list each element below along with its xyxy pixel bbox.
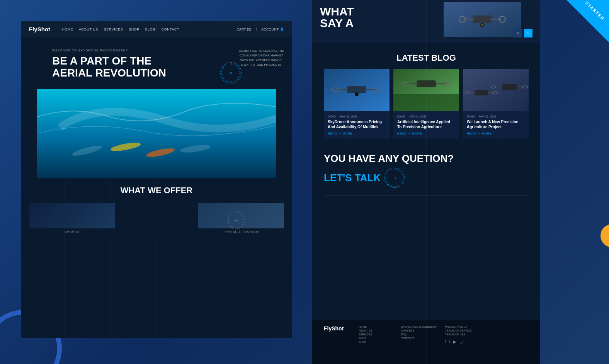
svg-rect-30	[475, 90, 488, 95]
blog-card-1-meta: DAVID — MAY 21, 2020	[328, 115, 386, 118]
footer-col-2: SPONSORED MEMBERSHIP CAREERS FAQ CONTACT	[401, 325, 437, 345]
account-icon: 👤	[280, 27, 284, 31]
footer-link-membership[interactable]: SPONSORED MEMBERSHIP	[401, 325, 437, 328]
bottom-categories: SPORTS DRAG DRAG DRAG DRAG → TRAVEL & TO…	[21, 203, 292, 233]
nav-home[interactable]: HOME	[62, 27, 73, 31]
next-button[interactable]: >	[524, 29, 532, 37]
drone-top-image	[444, 2, 521, 37]
footer-link-careers[interactable]: CAREERS	[401, 329, 437, 332]
footer-link-faq[interactable]: FAQ	[401, 333, 437, 336]
svg-point-21	[355, 92, 359, 96]
blog-card-3: DAVID — MAY 21, 2020 We Launch A New Pre…	[463, 69, 529, 139]
drag-circle: DRAG DRAG DRAG DRAG →	[227, 211, 245, 230]
svg-text:CONTACT US · CONTACT US ·: CONTACT US · CONTACT US ·	[385, 168, 404, 187]
blog-card-3-meta: DAVID — MAY 21, 2020	[467, 115, 525, 118]
svg-rect-16	[347, 86, 366, 93]
twitter-icon[interactable]: t	[449, 340, 451, 344]
footer-col-1: HOME ABOUT US SERVICES SHOP BLOG	[359, 325, 393, 345]
footer-link-shop[interactable]: SHOP	[359, 337, 393, 340]
blog-card-3-image	[463, 69, 529, 111]
blog-card-1-read[interactable]: READ → MORE	[328, 132, 386, 135]
footer-link-contact[interactable]: CONTACT	[401, 337, 437, 340]
rv-line-2	[388, 0, 388, 364]
facebook-icon[interactable]: f	[445, 340, 446, 344]
rv-line-3	[426, 0, 427, 364]
rv-line-5	[502, 0, 502, 364]
instagram-icon[interactable]: ◻	[459, 340, 463, 344]
cart-link[interactable]: CART (0)	[236, 27, 251, 31]
nav-shop[interactable]: SHOP	[129, 27, 139, 31]
blog-card-1-title: SkyDrone Announces Pricing And Availabil…	[328, 119, 386, 129]
rv-line-4	[463, 0, 463, 364]
prev-button[interactable]: <	[514, 29, 522, 37]
category-sports: SPORTS	[29, 203, 115, 233]
rv-line-1	[349, 0, 349, 364]
blog-card-3-content: DAVID — MAY 21, 2020 We Launch A New Pre…	[463, 111, 529, 139]
footer-link-blog[interactable]: BLOG	[359, 341, 393, 344]
hero-title: BE A PART OF THEAERIAL REVOLUTION	[52, 55, 176, 79]
footer-link-services[interactable]: SERVICES	[359, 333, 393, 336]
hero-section: WELCOME TO SKYDRONE PHOTOGRAPHY BE A PAR…	[21, 37, 292, 89]
right-panel: WHAT SAY A < > LATEST BLOG	[312, 0, 540, 364]
footer-link-about[interactable]: ABOUT US	[359, 329, 393, 332]
svg-rect-8	[473, 15, 492, 23]
svg-text:DRAG DRAG DRAG DRAG: DRAG DRAG DRAG DRAG	[227, 211, 245, 229]
nav-services[interactable]: SERVICES	[104, 27, 123, 31]
sports-image	[29, 203, 115, 228]
account-link[interactable]: ACCOUNT 👤	[262, 27, 284, 31]
nav-about[interactable]: ABOUT US	[79, 27, 98, 31]
left-panel: FlyShot HOME ABOUT US SERVICES SHOP BLOG…	[21, 21, 292, 338]
svg-point-14	[481, 24, 483, 26]
blog-card-1-content: DAVID — MAY 21, 2020 SkyDrone Announces …	[324, 111, 390, 139]
blog-card-3-title: We Launch A New Precision Agriculture Pr…	[467, 119, 525, 129]
hero-description: COMMITTED TO LEADING THECONSUMER DRONE M…	[239, 49, 284, 67]
blog-card-3-read[interactable]: READ → MORE	[467, 132, 525, 135]
footer-logo: FlyShot	[324, 325, 347, 332]
nav-contact[interactable]: CONTACT	[162, 27, 179, 31]
blog-card-1: DAVID — MAY 21, 2020 SkyDrone Announces …	[324, 69, 390, 139]
footer-link-home[interactable]: HOME	[359, 325, 393, 328]
lets-talk-text: LET'S TALK	[324, 172, 381, 184]
carousel-nav: < >	[514, 29, 532, 37]
svg-rect-35	[502, 84, 517, 90]
hero-image	[37, 89, 276, 178]
sports-label: SPORTS	[29, 230, 115, 233]
nav-right: CART (0) | ACCOUNT 👤	[236, 27, 284, 31]
footer-logo-col: FlyShot	[324, 325, 351, 345]
nav-blog[interactable]: BLOG	[145, 27, 156, 31]
explore-circle[interactable]: EXPLORE EXPLORE EXPLORE ⟳	[220, 62, 242, 83]
blog-card-1-image	[324, 69, 390, 111]
hero-image-container	[21, 89, 292, 178]
svg-rect-29	[463, 69, 529, 111]
nav-items: HOME ABOUT US SERVICES SHOP BLOG CONTACT	[62, 27, 229, 31]
travel-label: TRAVEL & TOURISM	[198, 230, 284, 233]
youtube-icon[interactable]: ▶	[453, 340, 456, 344]
logo[interactable]: FlyShot	[29, 26, 50, 32]
